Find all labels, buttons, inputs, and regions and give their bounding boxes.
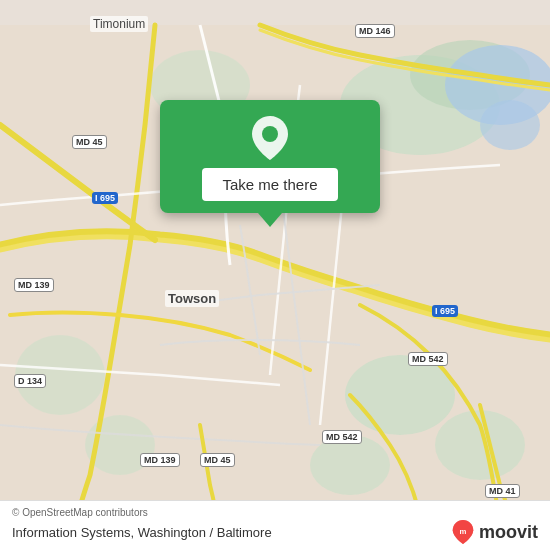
road-badge-md139-s: MD 139 [140, 453, 180, 467]
popup-card: Take me there [160, 100, 380, 213]
road-badge-i695-e: I 695 [432, 305, 458, 317]
map-container: Timonium Towson MD 146 MD 45 I 695 I 695… [0, 0, 550, 550]
road-badge-md45-n: MD 45 [72, 135, 107, 149]
svg-point-11 [262, 126, 278, 142]
place-info: Information Systems, Washington / Baltim… [12, 525, 272, 540]
bottom-info: Information Systems, Washington / Baltim… [12, 520, 538, 544]
svg-point-3 [345, 355, 455, 435]
moovit-text: moovit [479, 522, 538, 543]
road-badge-md45-s: MD 45 [200, 453, 235, 467]
attribution: © OpenStreetMap contributors [12, 507, 538, 518]
road-badge-md134: D 134 [14, 374, 46, 388]
svg-point-4 [310, 435, 390, 495]
map-svg [0, 0, 550, 550]
timonium-label: Timonium [90, 16, 148, 32]
road-badge-i695-w: I 695 [92, 192, 118, 204]
bottom-bar: © OpenStreetMap contributors Information… [0, 500, 550, 550]
svg-point-5 [435, 410, 525, 480]
road-badge-md146: MD 146 [355, 24, 395, 38]
road-badge-md139-w: MD 139 [14, 278, 54, 292]
towson-label: Towson [165, 290, 219, 307]
moovit-pin-icon: m [451, 520, 475, 544]
moovit-logo: m moovit [451, 520, 538, 544]
take-me-there-button[interactable]: Take me there [202, 168, 337, 201]
svg-point-10 [480, 100, 540, 150]
road-badge-md542-s: MD 542 [322, 430, 362, 444]
road-badge-md542-n: MD 542 [408, 352, 448, 366]
location-pin-icon [248, 116, 292, 160]
road-badge-md41: MD 41 [485, 484, 520, 498]
svg-text:m: m [460, 527, 467, 536]
